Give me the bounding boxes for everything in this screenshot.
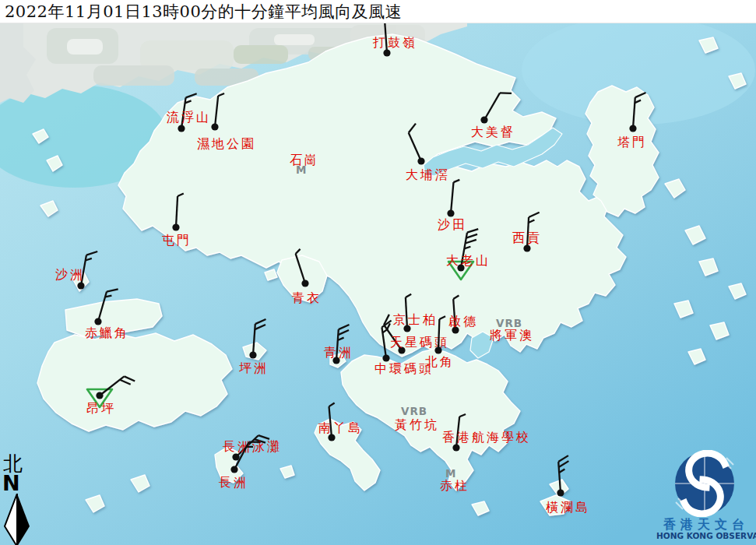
station-label: 黃竹坑 (395, 417, 439, 432)
wind-barb-tick (500, 93, 512, 93)
map-title: 2022年11月01日13時00分的十分鐘平均風向及風速 (0, 1, 402, 23)
station-dot (301, 280, 308, 287)
station-dot (557, 489, 564, 496)
station-label: 天星碼頭 (390, 335, 449, 350)
station-dot (417, 157, 424, 164)
station-label: 沙洲 (55, 267, 85, 282)
station-dot (211, 123, 218, 130)
wind-map-page: 打鼓嶺流浮山濕地公園M石崗大美督塔門大埔滘沙田西貢大老山屯門沙洲赤鱲角青衣京士柏… (0, 0, 756, 545)
station-label: 大老山 (446, 253, 491, 268)
station-dot (172, 223, 179, 230)
station-dot (523, 244, 530, 251)
station-label: 啟德 (448, 314, 478, 329)
station-label: 西貢 (512, 230, 542, 245)
station-dot (629, 125, 636, 132)
station-dot (383, 49, 390, 56)
station-dot (232, 453, 239, 460)
station-label: 赤鱲角 (85, 325, 129, 340)
station-label: 沙田 (438, 217, 467, 232)
station-label: 北角 (425, 354, 455, 369)
station-label: 大埔滘 (406, 167, 450, 182)
station-dot (249, 351, 256, 358)
station-label: 赤柱 (440, 478, 469, 493)
station-dot (178, 125, 185, 132)
station-label: 橫瀾島 (546, 500, 590, 515)
station-dot (230, 466, 237, 473)
hko-logo-english: HONG KONG OBSERVATORY (656, 531, 756, 540)
station-label: 南丫島 (318, 420, 363, 435)
station-dot (434, 346, 441, 353)
station-label: 香港航海學校 (442, 430, 531, 445)
station-label: 長洲 (219, 475, 248, 490)
station-label: 大美督 (471, 125, 515, 139)
station-label: 打鼓嶺 (372, 35, 417, 50)
station-dot (77, 282, 84, 289)
station-dot (94, 318, 101, 325)
station-dot (96, 392, 103, 399)
station-dot (447, 209, 454, 216)
station-label: 青洲 (324, 345, 353, 360)
station-marker-variable: VRB (401, 405, 427, 417)
hong-kong-map: 打鼓嶺流浮山濕地公園M石崗大美督塔門大埔滘沙田西貢大老山屯門沙洲赤鱲角青衣京士柏… (0, 0, 756, 545)
station-label: 塔門 (617, 135, 647, 149)
north-letter-label: N (2, 473, 37, 494)
station-label: 青衣 (292, 290, 322, 305)
station-label: 昂坪 (86, 401, 116, 416)
station-label: 屯門 (162, 233, 192, 248)
station-dot (452, 444, 459, 451)
north-arrow-icon (3, 494, 31, 545)
station-label: 京士柏 (393, 312, 438, 327)
title-bar: 2022年11月01日13時00分的十分鐘平均風向及風速 (0, 0, 756, 23)
station-label: 石崗 (290, 153, 319, 167)
station-label: 將軍澳 (490, 328, 534, 343)
station-label: 坪洲 (239, 360, 269, 375)
wind-barb-staff (438, 319, 439, 350)
station-label: 濕地公園 (197, 136, 256, 151)
station-dot (480, 116, 487, 123)
hko-logo-icon (656, 450, 756, 517)
hko-logo-chinese: 香港天文台 (656, 518, 756, 531)
north-compass: 北 N (2, 454, 37, 545)
hko-logo: 香港天文台 HONG KONG OBSERVATORY (656, 450, 756, 545)
station-label: 流浮山 (167, 110, 211, 125)
